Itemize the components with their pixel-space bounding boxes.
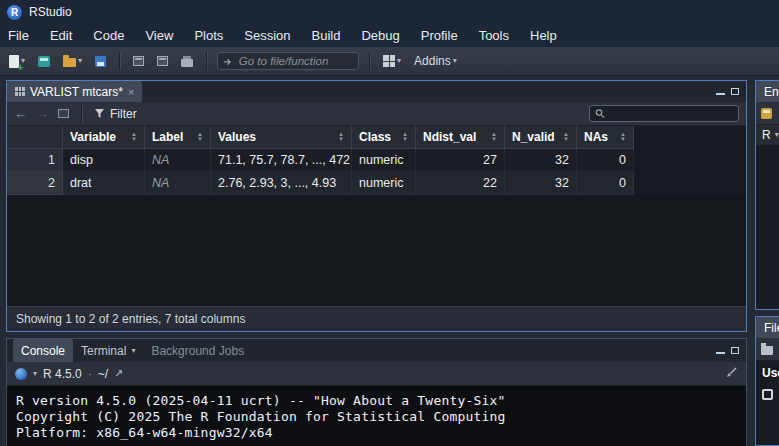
maximize-icon[interactable] [731, 347, 739, 354]
header-label-col[interactable]: Label ▲▼ [145, 126, 211, 149]
new-file-button[interactable]: ▾ [6, 53, 28, 70]
main-toolbar: ▾ ▾ ▾ Addins [0, 47, 779, 76]
table-header-row: Variable ▲▼ Label ▲▼ Values ▲▼ Class ▲▼ … [7, 126, 746, 149]
table-icon [15, 87, 25, 96]
files-content: User [756, 361, 779, 445]
forward-button[interactable]: → [36, 107, 49, 120]
header-nas[interactable]: NAs ▲▼ [577, 126, 634, 149]
cell-variable: disp [63, 149, 145, 172]
table-search-input[interactable] [609, 107, 733, 121]
files-pane: Files User [755, 316, 779, 446]
source-tabbar: VARLIST mtcars* × [7, 81, 746, 102]
tab-terminal[interactable]: Terminal ▾ [73, 339, 143, 362]
clear-console-button[interactable] [725, 365, 738, 383]
minimize-icon[interactable] [716, 93, 725, 95]
sort-icon: ▲▼ [616, 132, 626, 142]
tab-environment[interactable]: Envir [756, 81, 779, 102]
status-text: Showing 1 to 2 of 2 entries, 7 total col… [16, 312, 245, 326]
separator-dot: · [88, 367, 92, 381]
minimize-icon[interactable] [716, 352, 725, 354]
cell-class: numeric [352, 172, 416, 195]
tab-console[interactable]: Console [13, 339, 73, 362]
menu-item-view[interactable]: View [145, 28, 173, 43]
working-directory[interactable]: ~/ [98, 367, 108, 381]
rstudio-logo-icon: R [7, 5, 22, 20]
variables-table: Variable ▲▼ Label ▲▼ Values ▲▼ Class ▲▼ … [7, 126, 746, 195]
viewer-toolbar: ← → Filter [7, 102, 746, 126]
chevron-down-icon[interactable]: ▾ [33, 370, 37, 378]
console-toolbar: ▾ R 4.5.0 · ~/ ↗ [7, 362, 746, 386]
environment-tabbar: Envir [756, 81, 779, 102]
header-values[interactable]: Values ▲▼ [211, 126, 352, 149]
toolbar-separator [369, 52, 370, 70]
sort-icon: ▲▼ [127, 132, 137, 142]
pane-window-buttons [716, 339, 746, 362]
save-button[interactable] [92, 54, 109, 69]
cell-nas: 0 [577, 172, 634, 195]
menu-item-file[interactable]: File [8, 28, 29, 43]
r-version-icon [15, 368, 27, 380]
console-line: R version 4.5.0 (2025-04-11 ucrt) -- "Ho… [16, 393, 737, 409]
table-search-box [589, 105, 739, 122]
pane-icon [157, 56, 168, 66]
addins-button[interactable]: Addins ▾ [411, 52, 460, 70]
header-index [7, 126, 63, 149]
new-project-button[interactable] [35, 54, 53, 69]
menu-item-profile[interactable]: Profile [421, 28, 458, 43]
header-label: Label [152, 130, 183, 144]
r-version-label[interactable]: R 4.5.0 [43, 367, 82, 381]
filter-button[interactable]: Filter [94, 107, 137, 121]
panes-layout-button[interactable]: ▾ [380, 53, 404, 69]
tab-background-jobs[interactable]: Background Jobs [143, 339, 252, 362]
tab-label: Envir [764, 85, 779, 99]
tab-varlist-mtcars[interactable]: VARLIST mtcars* × [7, 81, 142, 102]
menu-item-debug[interactable]: Debug [361, 28, 399, 43]
goto-directory-icon[interactable]: ↗ [114, 367, 123, 380]
header-n-valid[interactable]: N_valid ▲▼ [505, 126, 577, 149]
files-path-user[interactable]: User [762, 366, 779, 380]
close-icon[interactable]: × [128, 86, 134, 98]
goto-arrow-icon [223, 56, 233, 67]
load-workspace-icon[interactable] [761, 108, 772, 119]
popout-window-icon[interactable] [58, 109, 69, 118]
tab-label: Console [21, 344, 65, 358]
menu-item-code[interactable]: Code [93, 28, 124, 43]
row-index: 2 [7, 172, 63, 195]
environment-r-selector[interactable]: R ▾ [756, 125, 779, 145]
new-file-icon [9, 55, 19, 68]
show-pane-button[interactable] [130, 54, 147, 68]
back-button[interactable]: ← [14, 107, 27, 120]
tab-files[interactable]: Files [756, 317, 779, 338]
header-class[interactable]: Class ▲▼ [352, 126, 416, 149]
menu-item-plots[interactable]: Plots [194, 28, 223, 43]
filter-label: Filter [110, 107, 137, 121]
menu-item-help[interactable]: Help [530, 28, 557, 43]
menu-item-tools[interactable]: Tools [479, 28, 509, 43]
print-icon [181, 59, 193, 67]
environment-content [756, 145, 779, 309]
file-select-checkbox[interactable] [762, 389, 773, 400]
table-row[interactable]: 2 drat NA 2.76, 2.93, 3, ..., 4.93 numer… [7, 172, 746, 195]
new-folder-icon[interactable] [761, 346, 773, 355]
copy-pane-button[interactable] [154, 54, 171, 68]
goto-file-input[interactable] [237, 54, 353, 68]
cell-values: 2.76, 2.93, 3, ..., 4.93 [211, 172, 352, 195]
sort-icon: ▲▼ [487, 132, 497, 142]
menu-item-edit[interactable]: Edit [50, 28, 72, 43]
header-ndist-val[interactable]: Ndist_val ▲▼ [416, 126, 505, 149]
header-variable[interactable]: Variable ▲▼ [63, 126, 145, 149]
tab-title: VARLIST mtcars* [30, 85, 123, 99]
search-icon [595, 108, 605, 119]
chevron-down-icon: ▾ [131, 347, 135, 355]
console-output[interactable]: R version 4.5.0 (2025-04-11 ucrt) -- "Ho… [7, 386, 746, 446]
chevron-down-icon: ▾ [453, 57, 457, 65]
header-label: Class [359, 130, 391, 144]
menu-item-session[interactable]: Session [244, 28, 290, 43]
table-status-bar: Showing 1 to 2 of 2 entries, 7 total col… [7, 306, 746, 331]
menu-item-build[interactable]: Build [312, 28, 341, 43]
table-row[interactable]: 1 disp NA 71.1, 75.7, 78.7, ..., 472 num… [7, 149, 746, 172]
goto-file-box [217, 52, 359, 70]
print-button[interactable] [178, 53, 196, 69]
maximize-icon[interactable] [731, 88, 739, 95]
open-file-button[interactable]: ▾ [60, 53, 85, 69]
